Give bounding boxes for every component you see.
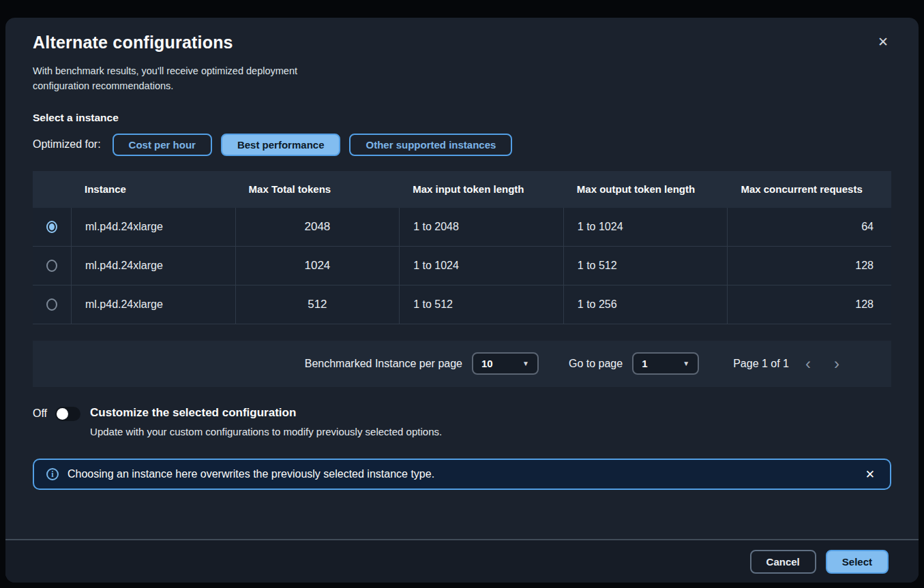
row-radio-button[interactable]: [46, 260, 57, 272]
page-info: Page 1 of 1: [733, 358, 789, 370]
alternate-configurations-modal: Alternate configurations ✕ With benchmar…: [5, 18, 919, 583]
toggle-state-label: Off: [33, 407, 47, 420]
max-output-token-length-cell: 1 to 1024: [563, 208, 728, 246]
modal-header: Alternate configurations ✕: [33, 33, 891, 52]
customize-toggle-switch[interactable]: [55, 407, 80, 421]
max-total-tokens-cell: 2048: [235, 208, 400, 246]
table-header-row: Instance Max Total tokens Max input toke…: [33, 171, 891, 208]
max-concurrent-requests-cell: 64: [727, 208, 891, 246]
chevron-down-icon: ▼: [522, 360, 529, 367]
per-page-value: 10: [481, 358, 493, 369]
column-header-max-output-token-length: Max output token length: [563, 171, 728, 208]
modal-description: With benchmark results, you'll receive o…: [33, 63, 346, 94]
previous-page-icon[interactable]: ‹: [799, 356, 818, 372]
close-icon[interactable]: ✕: [875, 33, 891, 51]
max-output-token-length-cell: 1 to 512: [563, 247, 728, 285]
per-page-label: Benchmarked Instance per page: [305, 358, 462, 370]
select-instance-label: Select a instance: [33, 112, 891, 124]
filter-other-supported-instances-button[interactable]: Other supported instances: [349, 134, 512, 156]
info-icon: i: [46, 468, 59, 480]
column-header-max-total-tokens: Max Total tokens: [235, 171, 400, 208]
max-output-token-length-cell: 1 to 256: [563, 285, 728, 324]
go-to-page-select[interactable]: 1 ▼: [632, 352, 699, 375]
next-page-icon[interactable]: ›: [827, 356, 846, 372]
alert-close-icon[interactable]: ✕: [863, 466, 878, 483]
instances-table: Instance Max Total tokens Max input toke…: [33, 171, 891, 324]
column-header-max-concurrent-requests: Max concurrent requests: [727, 171, 891, 208]
row-radio-button[interactable]: [46, 298, 57, 311]
modal-backdrop: Alternate configurations ✕ With benchmar…: [0, 0, 924, 588]
optimized-for-row: Optimized for: Cost per hour Best perfor…: [33, 134, 891, 156]
per-page-select[interactable]: 10 ▼: [472, 352, 539, 375]
max-input-token-length-cell: 1 to 2048: [399, 208, 563, 246]
max-concurrent-requests-cell: 128: [727, 285, 891, 324]
pagination-bar: Benchmarked Instance per page 10 ▼ Go to…: [33, 341, 891, 387]
chevron-down-icon: ▼: [683, 360, 689, 367]
filter-best-performance-button[interactable]: Best performance: [221, 134, 341, 156]
max-total-tokens-cell: 512: [235, 285, 400, 324]
alert-message: Choosing an instance here overwrites the…: [68, 468, 434, 480]
row-radio-button[interactable]: [46, 221, 57, 233]
cancel-button[interactable]: Cancel: [750, 550, 816, 574]
column-header-instance: Instance: [71, 171, 235, 208]
table-row[interactable]: ml.p4d.24xlarge 2048 1 to 2048 1 to 1024…: [33, 208, 891, 247]
max-input-token-length-cell: 1 to 512: [399, 285, 563, 324]
optimized-for-label: Optimized for:: [33, 138, 101, 151]
radio-cell: [33, 247, 71, 285]
customize-text: Customize the selected configuration Upd…: [90, 406, 442, 439]
filter-cost-per-hour-button[interactable]: Cost per hour: [113, 134, 212, 156]
max-total-tokens-cell: 1024: [235, 247, 400, 285]
customize-description: Update with your custom configurations t…: [90, 424, 442, 439]
info-alert: i Choosing an instance here overwrites t…: [33, 459, 891, 490]
instance-cell: ml.p4d.24xlarge: [71, 247, 235, 285]
max-input-token-length-cell: 1 to 1024: [399, 247, 563, 285]
instance-cell: ml.p4d.24xlarge: [71, 285, 235, 324]
radio-cell: [33, 208, 71, 246]
radio-cell: [33, 285, 71, 324]
max-concurrent-requests-cell: 128: [727, 247, 891, 285]
modal-footer: Cancel Select: [5, 539, 919, 583]
select-button[interactable]: Select: [826, 550, 889, 574]
table-row[interactable]: ml.p4d.24xlarge 1024 1 to 1024 1 to 512 …: [33, 247, 891, 285]
instance-cell: ml.p4d.24xlarge: [71, 208, 235, 246]
table-row[interactable]: ml.p4d.24xlarge 512 1 to 512 1 to 256 12…: [33, 285, 891, 324]
go-to-page-value: 1: [642, 358, 647, 369]
column-header-max-input-token-length: Max input token length: [399, 171, 563, 208]
modal-body: Alternate configurations ✕ With benchmar…: [5, 18, 919, 490]
radio-column-header: [33, 171, 71, 208]
go-to-page-label: Go to page: [569, 358, 623, 370]
customize-title: Customize the selected configuration: [90, 406, 442, 420]
modal-title: Alternate configurations: [33, 33, 233, 52]
customize-section: Off Customize the selected configuration…: [33, 406, 891, 439]
